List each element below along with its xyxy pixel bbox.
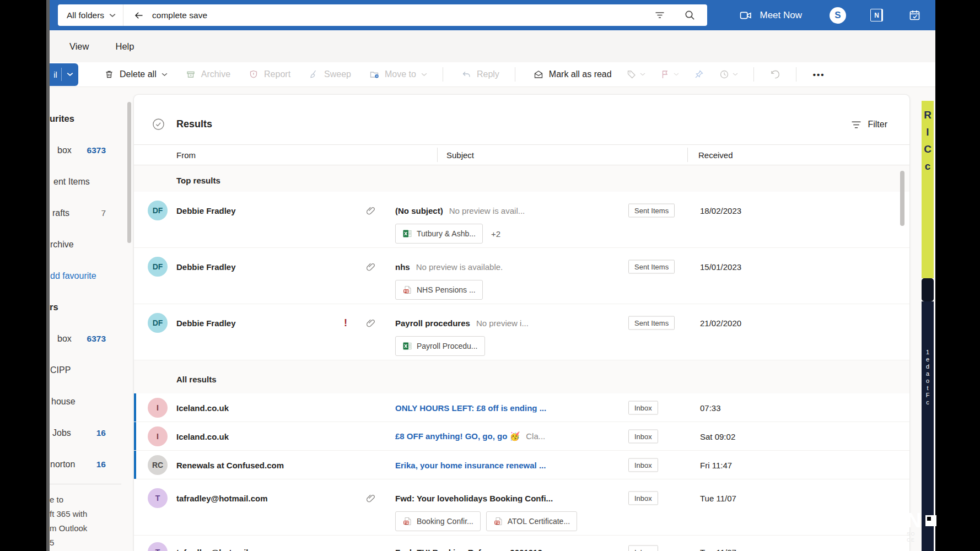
subject: Payroll proceduresNo preview i... [395, 318, 624, 328]
chevron-down-icon [161, 73, 168, 77]
watermark-logo: N SO CE [907, 510, 936, 543]
filter-button[interactable]: Filter [851, 120, 887, 129]
back-icon[interactable] [133, 10, 144, 21]
calendar-check-icon[interactable] [908, 9, 921, 21]
message-row[interactable]: DFDebbie FradleynhsNo preview is availab… [134, 248, 909, 304]
sidebar-item[interactable]: ent Items [50, 166, 127, 197]
sidebar-item-label: rchive [50, 240, 74, 250]
subject: Fwd: Your loveholidays Booking Confi... [395, 494, 624, 503]
onenote-icon[interactable]: N [870, 9, 883, 21]
attachment-chips: Tutbury & Ashb...+2 [395, 224, 500, 244]
message-row[interactable]: DFDebbie Fradley(No subject)No preview i… [134, 192, 909, 248]
chevron-down-icon [640, 73, 645, 76]
column-subject[interactable]: Subject [446, 150, 474, 160]
paperclip-icon [365, 205, 376, 216]
received-date: Sat 09:02 [700, 432, 735, 441]
received-date: 15/01/2023 [700, 262, 741, 272]
skype-icon[interactable]: S [830, 7, 846, 24]
sender-name: Renewals at Confused.com [176, 461, 284, 470]
attachment-chip[interactable]: Tutbury & Ashb... [395, 224, 483, 244]
sender-name: tafradley@hotmail.com [176, 494, 268, 503]
unread-count: 7 [101, 208, 106, 218]
attachment-chip[interactable]: ATOL Certificate... [486, 511, 577, 531]
new-mail-button[interactable]: il [50, 63, 78, 86]
received-date: 18/02/2023 [700, 206, 741, 215]
attachment-chip[interactable]: NHS Pensions ... [395, 280, 483, 300]
search-input[interactable]: complete save [152, 10, 207, 20]
received-date: Fri 11:47 [700, 461, 732, 470]
message-row[interactable]: Ttafradley@hotmail.comFwd: THI Booking R… [134, 536, 909, 551]
snooze-button [719, 69, 738, 80]
subject-title: Fwd: THI Booking Reference 2061912 [395, 548, 542, 551]
watermark-letter: N [907, 510, 922, 531]
mail-read-icon [533, 69, 544, 80]
subject: ONLY HOURS LEFT: £8 off is ending ... [395, 403, 624, 413]
attachment-chip[interactable]: Booking Confir... [395, 511, 481, 531]
subject-title: Payroll procedures [395, 318, 470, 328]
received-date: Tue 11/07 [700, 494, 736, 503]
sidebar-item[interactable]: house [50, 386, 127, 417]
search-filter-icon[interactable] [654, 10, 665, 21]
folder-move-icon [369, 69, 380, 80]
tag-icon [626, 69, 637, 80]
paperclip-icon [365, 317, 376, 328]
message-row[interactable]: IIceland.co.ukONLY HOURS LEFT: £8 off is… [134, 393, 909, 422]
menu-view[interactable]: View [69, 41, 89, 52]
unread-indicator [134, 422, 136, 450]
attachment-chips: Booking Confir...ATOL Certificate... [395, 511, 577, 531]
report-button: Report [248, 69, 290, 80]
message-row[interactable]: RCRenewals at Confused.comErika, your ho… [134, 451, 909, 479]
search-icon[interactable] [684, 9, 696, 21]
message-row[interactable]: DFDebbie Fradley!Payroll proceduresNo pr… [134, 304, 909, 360]
message-row[interactable]: IIceland.co.uk£8 OFF anything! GO, go, g… [134, 422, 909, 451]
results-scrollbar[interactable] [900, 171, 904, 226]
importance-icon: ! [344, 317, 347, 329]
received-date: Tue 11/07 [700, 548, 736, 551]
folder-badge: Sent Items [628, 204, 675, 218]
sidebar-item[interactable]: rafts7 [50, 197, 127, 229]
sidebar-item[interactable]: box6373 [50, 323, 127, 354]
sidebar-item[interactable]: rs [50, 291, 127, 323]
message-row[interactable]: Ttafradley@hotmail.comFwd: Your loveholi… [134, 479, 909, 536]
subject: £8 OFF anything! GO, go, go 🥳Cla... [395, 431, 624, 441]
subject-title: (No subject) [395, 206, 443, 215]
column-from[interactable]: From [176, 150, 196, 160]
pin-button [693, 69, 704, 80]
subject-preview: No preview i... [476, 318, 529, 328]
sender-name: Debbie Fradley [176, 318, 236, 328]
more-options-button[interactable]: ••• [813, 70, 825, 79]
sidebar-item[interactable]: urites [50, 103, 127, 134]
sidebar-item[interactable]: norton16 [50, 449, 127, 480]
subject-preview: No preview is avail... [449, 206, 525, 215]
meet-now-camera-icon[interactable] [739, 10, 752, 21]
sidebar-item[interactable]: dd favourite [50, 260, 127, 291]
subject: Erika, your home insurance renewal ... [395, 461, 624, 470]
sidebar-item[interactable]: CIPP [50, 354, 127, 386]
search-bar[interactable]: All folders complete save [58, 4, 707, 26]
sidebar-scrollbar[interactable] [127, 102, 131, 243]
flag-icon [660, 69, 671, 80]
mark-all-read-button[interactable]: Mark all as read [533, 69, 612, 80]
subject-title: nhs [395, 262, 410, 272]
sidebar-item[interactable]: box6373 [50, 134, 127, 166]
select-all-check-icon[interactable] [152, 117, 165, 131]
search-scope-dropdown[interactable]: All folders [58, 4, 123, 26]
meet-now-button[interactable]: Meet Now [760, 10, 802, 21]
sidebar-item-label: box [57, 334, 72, 344]
attachment-chip[interactable]: Payroll Procedu... [395, 336, 485, 356]
folder-badge: Inbox [628, 545, 658, 551]
sidebar-item[interactable]: rchive [50, 229, 127, 260]
column-received[interactable]: Received [698, 150, 733, 160]
archive-button: Archive [185, 69, 230, 80]
new-mail-chevron-icon[interactable] [62, 72, 78, 77]
folder-badge: Inbox [628, 491, 658, 505]
avatar: T [148, 542, 168, 551]
unread-count: 6373 [87, 334, 106, 344]
attachment-chips: Payroll Procedu... [395, 336, 485, 356]
undo-button [768, 68, 780, 80]
sidebar-item[interactable]: Jobs16 [50, 417, 127, 449]
outlook-window: All folders complete save [50, 0, 935, 551]
menu-help[interactable]: Help [115, 41, 134, 52]
delete-all-button[interactable]: Delete all [104, 69, 168, 80]
sidebar-item-label: box [57, 145, 72, 155]
